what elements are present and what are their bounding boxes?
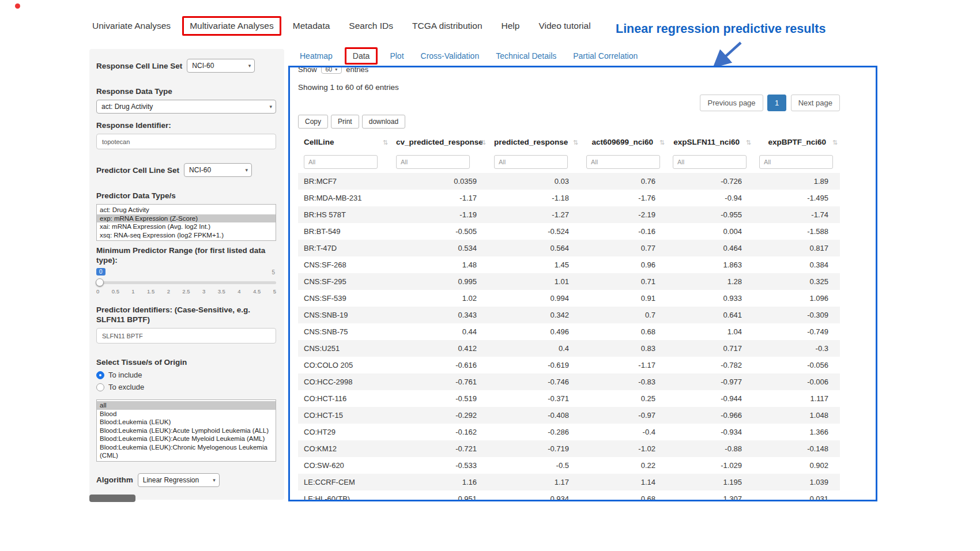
column-header-predicted-response[interactable]: predicted_response⇅ (488, 133, 581, 151)
min-predictor-range-slider: 0 5 00.511.522.533.544.55 (96, 269, 276, 295)
slider-track[interactable] (96, 281, 276, 284)
copy-button[interactable]: Copy (298, 115, 328, 129)
column-header-expbptf-nci60[interactable]: expBPTF_nci60⇅ (753, 133, 840, 151)
slider-max-label: 5 (272, 269, 275, 276)
column-filter-expbptf-nci60[interactable] (759, 155, 833, 169)
cell-line-name: CNS:SF-539 (298, 290, 390, 307)
cell-value: -0.292 (390, 407, 488, 424)
listbox-option-all[interactable]: all (97, 401, 276, 410)
column-filter-expslfn11-nci60[interactable] (673, 155, 747, 169)
cell-value: 0.7 (581, 307, 667, 323)
entries-count-select[interactable]: 60 ▾ (321, 66, 342, 74)
listbox-option-blood[interactable]: Blood (97, 410, 276, 418)
chevron-down-icon: ▾ (335, 67, 337, 72)
listbox-option-xai-mrna-expression-avg-log2-int[interactable]: xai: mRNA Expression (Avg. log2 Int.) (97, 222, 276, 231)
table-row: CO:HCT-15-0.292-0.408-0.97-0.9661.048 (298, 407, 840, 424)
cell-value: 1.048 (753, 407, 840, 424)
listbox-option-act-drug-activity[interactable]: act: Drug Activity (97, 206, 276, 214)
cell-value: 1.096 (753, 290, 840, 307)
cell-value: 1.195 (667, 474, 753, 490)
slider-tick-label: 0 (96, 288, 99, 295)
cell-value: 0.933 (667, 290, 753, 307)
cell-line-name: CO:HCT-15 (298, 407, 390, 424)
column-header-expslfn11-nci60[interactable]: expSLFN11_nci60⇅ (667, 133, 753, 151)
listbox-option-blood-leukemia-leuk-acute-myeloid-leukem[interactable]: Blood:Leukemia (LEUK):Acute Myeloid Leuk… (97, 435, 276, 443)
showing-entries-text: Showing 1 to 60 of 60 entries (298, 83, 868, 92)
response-identifier-input[interactable] (96, 134, 276, 149)
nav-item-metadata[interactable]: Metadata (293, 21, 330, 31)
column-filter-cv-predicted-response[interactable] (396, 155, 470, 169)
predictor-identifiers-input[interactable] (96, 328, 276, 344)
column-header-cv-predicted-response[interactable]: cv_predicted_response⇅ (390, 133, 488, 151)
predictor-data-type-group: Predictor Data Type/s act: Drug Activity… (96, 191, 276, 241)
listbox-option-blood-leukemia-leuk-acute-lymphoid-leuke[interactable]: Blood:Leukemia (LEUK):Acute Lymphoid Leu… (97, 427, 276, 435)
tab-data[interactable]: Data (345, 47, 378, 65)
response-data-type-select[interactable]: act: Drug Activity ▾ (96, 100, 276, 114)
cropped-element (89, 495, 135, 502)
cell-value: -0.5 (488, 457, 581, 474)
page-1-button[interactable]: 1 (767, 95, 786, 111)
response-cell-line-set-select[interactable]: NCI-60 ▾ (187, 59, 255, 73)
column-filter-act609699-nci60[interactable] (586, 155, 660, 169)
cell-line-name: CO:COLO 205 (298, 357, 390, 373)
previous-page-button[interactable]: Previous page (700, 95, 763, 111)
column-label: expSLFN11_nci60 (673, 138, 740, 146)
listbox-option-exp-mrna-expression-z-score[interactable]: exp: mRNA Expression (Z-Score) (97, 214, 276, 223)
cell-value: -1.76 (581, 190, 667, 206)
next-page-button[interactable]: Next page (791, 95, 840, 111)
cell-value: 0.464 (667, 240, 753, 256)
radio-to-include[interactable]: To include (96, 371, 276, 379)
download-button[interactable]: download (362, 115, 405, 129)
cell-value: 1.01 (488, 273, 581, 290)
cell-value: 0.03 (488, 173, 581, 190)
cell-value: -0.162 (390, 424, 488, 440)
cell-value: 0.0359 (390, 173, 488, 190)
tab-technical-details[interactable]: Technical Details (496, 51, 556, 61)
cell-line-name: LE:HL-60(TB) (298, 490, 390, 501)
print-button[interactable]: Print (331, 115, 359, 129)
nav-item-search-ids[interactable]: Search IDs (349, 21, 393, 31)
algorithm-select[interactable]: Linear Regression ▾ (138, 473, 220, 487)
filter-cell (753, 151, 840, 173)
listbox-option-blood-leukemia-leuk-chronic-myelogenous-[interactable]: Blood:Leukemia (LEUK):Chronic Myelogenou… (97, 443, 276, 460)
nav-item-tcga-distribution[interactable]: TCGA distribution (412, 21, 482, 31)
cell-line-name: BR:MDA-MB-231 (298, 190, 390, 206)
column-header-act609699-nci60[interactable]: act609699_nci60⇅ (581, 133, 667, 151)
cell-value: -0.934 (667, 424, 753, 440)
cell-value: -0.519 (390, 390, 488, 407)
cell-value: -0.955 (667, 206, 753, 223)
cell-value: 1.117 (753, 390, 840, 407)
nav-item-video-tutorial[interactable]: Video tutorial (538, 21, 590, 31)
listbox-option-blood-leukemia-leuk[interactable]: Blood:Leukemia (LEUK) (97, 418, 276, 427)
tab-partial-correlation[interactable]: Partial Correlation (573, 51, 638, 61)
tab-heatmap[interactable]: Heatmap (300, 51, 333, 61)
table-row: CNS:SF-5391.020.9940.910.9331.096 (298, 290, 840, 307)
predictor-cell-line-set-select[interactable]: NCI-60 ▾ (184, 163, 252, 177)
radio-to-exclude[interactable]: To exclude (96, 383, 276, 391)
response-data-type-group: Response Data Type act: Drug Activity ▾ (96, 86, 276, 114)
cell-value: 0.25 (581, 390, 667, 407)
cell-value: 0.564 (488, 240, 581, 256)
column-filter-predicted-response[interactable] (494, 155, 568, 169)
column-filter-cellline[interactable] (304, 155, 378, 169)
cell-value: 0.343 (390, 307, 488, 323)
column-label: predicted_response (494, 138, 568, 146)
nav-item-univariate-analyses[interactable]: Univariate Analyses (92, 21, 171, 31)
nav-item-multivariate-analyses[interactable]: Multivariate Analyses (182, 16, 281, 36)
sidebar: Response Cell Line Set NCI-60 ▾ Response… (89, 49, 284, 500)
slider-handle[interactable] (96, 278, 104, 286)
cell-value: -1.17 (390, 190, 488, 206)
tissue-listbox-group: allBloodBlood:Leukemia (LEUK)Blood:Leuke… (96, 399, 276, 462)
cell-value: 1.16 (390, 474, 488, 490)
cell-value: 1.02 (390, 290, 488, 307)
listbox-option-xsq-rna-seq-expression-log2-fpkm-1[interactable]: xsq: RNA-seq Expression (log2 FPKM+1.) (97, 231, 276, 240)
cell-value: -1.029 (667, 457, 753, 474)
tab-cross-validation[interactable]: Cross-Validation (421, 51, 480, 61)
cell-value: -0.16 (581, 223, 667, 240)
top-nav: Univariate AnalysesMultivariate Analyses… (92, 21, 591, 31)
column-label: CellLine (304, 138, 334, 146)
column-header-cellline[interactable]: CellLine⇅ (298, 133, 390, 151)
tab-plot[interactable]: Plot (390, 51, 404, 61)
tab-bar: HeatmapDataPlotCross-ValidationTechnical… (300, 51, 638, 61)
nav-item-help[interactable]: Help (502, 21, 520, 31)
